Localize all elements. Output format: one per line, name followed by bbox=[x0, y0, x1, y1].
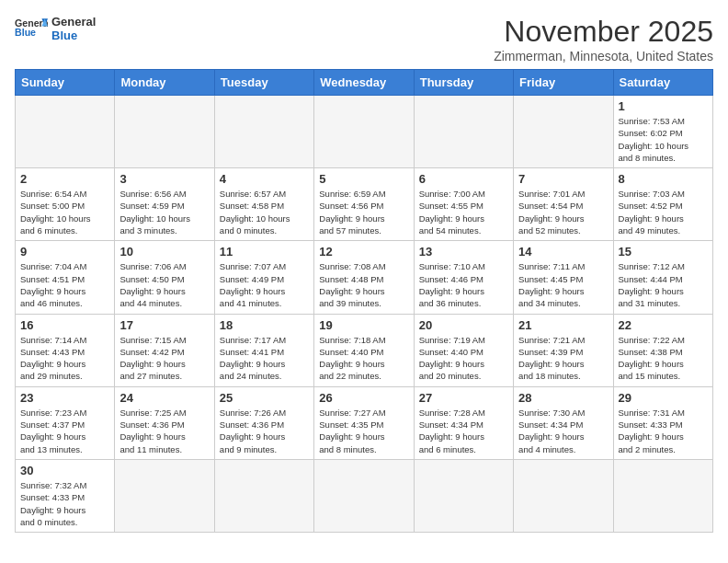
day-number: 9 bbox=[20, 245, 109, 259]
calendar-cell: 14Sunrise: 7:11 AM Sunset: 4:45 PM Dayli… bbox=[514, 241, 613, 314]
weekday-header-monday: Monday bbox=[115, 70, 214, 96]
calendar-cell: 23Sunrise: 7:23 AM Sunset: 4:37 PM Dayli… bbox=[16, 386, 115, 459]
weekday-header-friday: Friday bbox=[514, 70, 613, 96]
calendar-week-row: 23Sunrise: 7:23 AM Sunset: 4:37 PM Dayli… bbox=[16, 386, 713, 459]
calendar-week-row: 1Sunrise: 7:53 AM Sunset: 6:02 PM Daylig… bbox=[16, 96, 713, 168]
calendar-cell: 16Sunrise: 7:14 AM Sunset: 4:43 PM Dayli… bbox=[16, 314, 115, 386]
calendar-cell: 2Sunrise: 6:54 AM Sunset: 5:00 PM Daylig… bbox=[16, 168, 115, 241]
weekday-header-saturday: Saturday bbox=[613, 70, 712, 96]
calendar-cell: 18Sunrise: 7:17 AM Sunset: 4:41 PM Dayli… bbox=[214, 314, 313, 386]
calendar-week-row: 30Sunrise: 7:32 AM Sunset: 4:33 PM Dayli… bbox=[16, 459, 713, 532]
calendar-cell bbox=[115, 459, 214, 532]
day-number: 29 bbox=[619, 391, 708, 405]
day-info: Sunrise: 7:17 AM Sunset: 4:41 PM Dayligh… bbox=[220, 334, 309, 383]
calendar-table: SundayMondayTuesdayWednesdayThursdayFrid… bbox=[15, 69, 713, 533]
day-number: 20 bbox=[419, 318, 508, 332]
calendar-cell: 7Sunrise: 7:01 AM Sunset: 4:54 PM Daylig… bbox=[514, 168, 613, 241]
calendar-cell: 6Sunrise: 7:00 AM Sunset: 4:55 PM Daylig… bbox=[414, 168, 513, 241]
weekday-header-wednesday: Wednesday bbox=[314, 70, 414, 96]
page-title: November 2025 bbox=[494, 15, 713, 49]
calendar-cell: 11Sunrise: 7:07 AM Sunset: 4:49 PM Dayli… bbox=[214, 241, 313, 314]
calendar-cell: 22Sunrise: 7:22 AM Sunset: 4:38 PM Dayli… bbox=[613, 314, 712, 386]
day-number: 23 bbox=[20, 391, 109, 405]
day-info: Sunrise: 7:06 AM Sunset: 4:50 PM Dayligh… bbox=[119, 260, 209, 309]
day-info: Sunrise: 7:11 AM Sunset: 4:45 PM Dayligh… bbox=[518, 260, 608, 309]
calendar-cell bbox=[214, 96, 313, 168]
logo-blue: Blue bbox=[51, 29, 96, 42]
day-number: 17 bbox=[119, 318, 209, 332]
day-info: Sunrise: 7:03 AM Sunset: 4:52 PM Dayligh… bbox=[619, 188, 708, 236]
day-number: 16 bbox=[20, 318, 109, 332]
calendar-cell: 30Sunrise: 7:32 AM Sunset: 4:33 PM Dayli… bbox=[16, 459, 115, 532]
calendar-week-row: 9Sunrise: 7:04 AM Sunset: 4:51 PM Daylig… bbox=[16, 241, 713, 314]
day-info: Sunrise: 6:54 AM Sunset: 5:00 PM Dayligh… bbox=[20, 188, 109, 236]
day-number: 13 bbox=[419, 245, 508, 259]
day-info: Sunrise: 7:22 AM Sunset: 4:38 PM Dayligh… bbox=[619, 334, 708, 383]
day-number: 12 bbox=[319, 245, 408, 259]
calendar-cell: 19Sunrise: 7:18 AM Sunset: 4:40 PM Dayli… bbox=[314, 314, 414, 386]
day-info: Sunrise: 7:53 AM Sunset: 6:02 PM Dayligh… bbox=[619, 115, 708, 164]
calendar-week-row: 16Sunrise: 7:14 AM Sunset: 4:43 PM Dayli… bbox=[16, 314, 713, 386]
day-info: Sunrise: 7:15 AM Sunset: 4:42 PM Dayligh… bbox=[119, 334, 209, 383]
day-number: 1 bbox=[619, 99, 708, 113]
day-info: Sunrise: 7:21 AM Sunset: 4:39 PM Dayligh… bbox=[518, 334, 608, 383]
calendar-cell bbox=[214, 459, 313, 532]
day-info: Sunrise: 7:27 AM Sunset: 4:35 PM Dayligh… bbox=[319, 407, 408, 455]
calendar-cell: 27Sunrise: 7:28 AM Sunset: 4:34 PM Dayli… bbox=[414, 386, 513, 459]
calendar-cell bbox=[115, 96, 214, 168]
calendar-week-row: 2Sunrise: 6:54 AM Sunset: 5:00 PM Daylig… bbox=[16, 168, 713, 241]
calendar-cell: 29Sunrise: 7:31 AM Sunset: 4:33 PM Dayli… bbox=[613, 386, 712, 459]
day-number: 28 bbox=[518, 391, 608, 405]
day-number: 18 bbox=[220, 318, 309, 332]
day-number: 19 bbox=[319, 318, 408, 332]
day-info: Sunrise: 7:07 AM Sunset: 4:49 PM Dayligh… bbox=[220, 260, 309, 309]
day-number: 3 bbox=[119, 172, 209, 186]
day-info: Sunrise: 6:59 AM Sunset: 4:56 PM Dayligh… bbox=[319, 188, 408, 236]
calendar-cell bbox=[514, 96, 613, 168]
day-number: 11 bbox=[220, 245, 309, 259]
day-info: Sunrise: 7:31 AM Sunset: 4:33 PM Dayligh… bbox=[619, 407, 708, 455]
day-info: Sunrise: 6:56 AM Sunset: 4:59 PM Dayligh… bbox=[119, 188, 209, 236]
day-number: 24 bbox=[119, 391, 209, 405]
day-info: Sunrise: 7:14 AM Sunset: 4:43 PM Dayligh… bbox=[20, 334, 109, 383]
calendar-cell: 9Sunrise: 7:04 AM Sunset: 4:51 PM Daylig… bbox=[16, 241, 115, 314]
day-info: Sunrise: 7:04 AM Sunset: 4:51 PM Dayligh… bbox=[20, 260, 109, 309]
day-number: 15 bbox=[619, 245, 708, 259]
calendar-cell: 17Sunrise: 7:15 AM Sunset: 4:42 PM Dayli… bbox=[115, 314, 214, 386]
calendar-cell: 4Sunrise: 6:57 AM Sunset: 4:58 PM Daylig… bbox=[214, 168, 313, 241]
calendar-cell: 1Sunrise: 7:53 AM Sunset: 6:02 PM Daylig… bbox=[613, 96, 712, 168]
calendar-cell: 20Sunrise: 7:19 AM Sunset: 4:40 PM Dayli… bbox=[414, 314, 513, 386]
day-number: 4 bbox=[220, 172, 309, 186]
day-number: 7 bbox=[518, 172, 608, 186]
day-number: 21 bbox=[518, 318, 608, 332]
calendar-cell: 3Sunrise: 6:56 AM Sunset: 4:59 PM Daylig… bbox=[115, 168, 214, 241]
logo-general: General bbox=[51, 15, 96, 29]
calendar-cell bbox=[613, 459, 712, 532]
day-info: Sunrise: 7:30 AM Sunset: 4:34 PM Dayligh… bbox=[518, 407, 608, 455]
day-number: 5 bbox=[319, 172, 408, 186]
calendar-cell bbox=[414, 96, 513, 168]
page-header: General Blue General Blue November 2025 … bbox=[15, 15, 713, 63]
calendar-cell: 5Sunrise: 6:59 AM Sunset: 4:56 PM Daylig… bbox=[314, 168, 414, 241]
calendar-cell: 25Sunrise: 7:26 AM Sunset: 4:36 PM Dayli… bbox=[214, 386, 313, 459]
day-info: Sunrise: 7:08 AM Sunset: 4:48 PM Dayligh… bbox=[319, 260, 408, 309]
day-number: 6 bbox=[419, 172, 508, 186]
logo-icon: General Blue bbox=[15, 16, 48, 41]
calendar-cell: 8Sunrise: 7:03 AM Sunset: 4:52 PM Daylig… bbox=[613, 168, 712, 241]
calendar-cell: 26Sunrise: 7:27 AM Sunset: 4:35 PM Dayli… bbox=[314, 386, 414, 459]
day-number: 25 bbox=[220, 391, 309, 405]
calendar-cell bbox=[314, 459, 414, 532]
day-number: 26 bbox=[319, 391, 408, 405]
day-number: 22 bbox=[619, 318, 708, 332]
weekday-header-thursday: Thursday bbox=[414, 70, 513, 96]
day-number: 2 bbox=[20, 172, 109, 186]
calendar-cell bbox=[414, 459, 513, 532]
day-info: Sunrise: 7:19 AM Sunset: 4:40 PM Dayligh… bbox=[419, 334, 508, 383]
weekday-header-row: SundayMondayTuesdayWednesdayThursdayFrid… bbox=[16, 70, 713, 96]
day-number: 27 bbox=[419, 391, 508, 405]
day-info: Sunrise: 7:32 AM Sunset: 4:33 PM Dayligh… bbox=[20, 479, 109, 528]
calendar-cell: 21Sunrise: 7:21 AM Sunset: 4:39 PM Dayli… bbox=[514, 314, 613, 386]
weekday-header-tuesday: Tuesday bbox=[214, 70, 313, 96]
day-info: Sunrise: 7:10 AM Sunset: 4:46 PM Dayligh… bbox=[419, 260, 508, 309]
day-info: Sunrise: 7:18 AM Sunset: 4:40 PM Dayligh… bbox=[319, 334, 408, 383]
